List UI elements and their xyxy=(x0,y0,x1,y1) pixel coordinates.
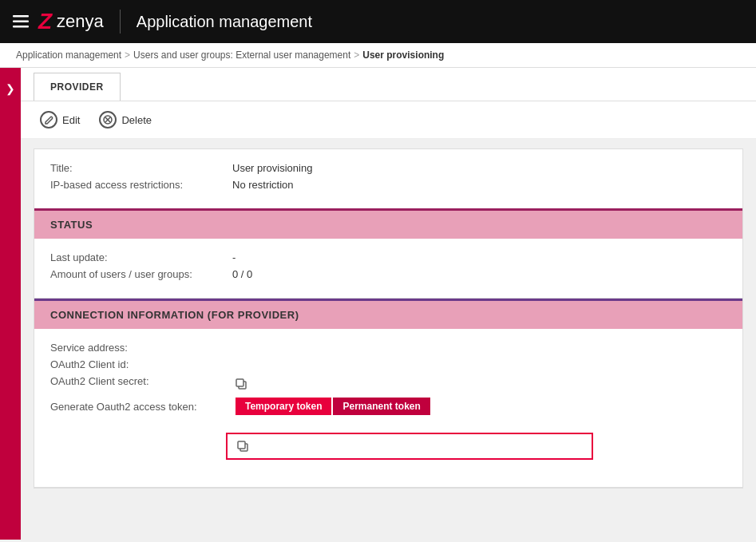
edit-label: Edit xyxy=(62,114,80,126)
svg-rect-2 xyxy=(13,26,29,28)
nav-divider xyxy=(120,10,121,34)
ip-label: IP-based access restrictions: xyxy=(50,179,226,191)
breadcrumb: Application management > Users and user … xyxy=(0,43,756,68)
connection-fields: Service address: OAuth2 Client id: OAuth… xyxy=(34,329,742,477)
logo-name: zenya xyxy=(57,11,104,32)
delete-icon xyxy=(99,111,117,129)
copy-secret-icon[interactable] xyxy=(232,375,250,393)
token-input-container xyxy=(226,428,593,460)
copy-token-icon[interactable] xyxy=(234,437,251,455)
app-title: Application management xyxy=(137,13,312,31)
oauth2-client-id-label: OAuth2 Client id: xyxy=(50,358,226,370)
service-address-label: Service address: xyxy=(50,342,226,354)
token-input-row xyxy=(226,433,593,460)
breadcrumb-current: User provisioning xyxy=(362,49,444,61)
chevron-right-icon: ❯ xyxy=(6,82,15,95)
tab-bar: PROVIDER xyxy=(21,68,756,101)
svg-rect-7 xyxy=(236,379,243,386)
oauth2-client-secret-label: OAuth2 Client secret: xyxy=(50,375,226,387)
side-panel-toggle[interactable]: ❯ xyxy=(0,68,21,540)
svg-rect-9 xyxy=(238,441,245,449)
amount-label: Amount of users / user groups: xyxy=(50,268,226,280)
generate-token-label: Generate Oauth2 access token: xyxy=(50,401,226,413)
basic-fields: Title: User provisioning IP-based access… xyxy=(34,149,742,208)
bottom-divider xyxy=(34,487,742,488)
delete-label: Delete xyxy=(121,114,152,126)
breadcrumb-sep-1: > xyxy=(125,49,130,61)
ip-field-row: IP-based access restrictions: No restric… xyxy=(50,179,726,191)
title-label: Title: xyxy=(50,162,226,174)
last-update-value: - xyxy=(232,251,236,263)
token-buttons: Temporary token Permanent token xyxy=(236,398,430,415)
breadcrumb-sep-2: > xyxy=(354,49,359,61)
title-value: User provisioning xyxy=(232,162,312,174)
service-address-row: Service address: xyxy=(50,342,726,354)
generate-token-label-row: Generate Oauth2 access token: Temporary … xyxy=(50,398,430,415)
svg-rect-0 xyxy=(13,15,29,18)
main-content-card: Title: User provisioning IP-based access… xyxy=(34,148,743,489)
tab-provider[interactable]: PROVIDER xyxy=(34,73,121,101)
breadcrumb-item-1[interactable]: Application management xyxy=(16,49,121,61)
token-input-field[interactable] xyxy=(255,441,585,453)
zenya-logo: Z zenya xyxy=(38,10,104,33)
hamburger-menu-icon[interactable] xyxy=(13,15,29,28)
svg-rect-1 xyxy=(13,21,29,23)
oauth2-client-secret-row: OAuth2 Client secret: xyxy=(50,375,726,393)
oauth2-client-id-row: OAuth2 Client id: xyxy=(50,358,726,370)
generate-token-row: Generate Oauth2 access token: Temporary … xyxy=(50,398,726,460)
amount-value: 0 / 0 xyxy=(232,268,252,280)
logo-z-icon: Z xyxy=(38,10,52,33)
edit-button[interactable]: Edit xyxy=(37,109,83,130)
connection-section-header: CONNECTION INFORMATION (FOR PROVIDER) xyxy=(34,299,742,329)
temporary-token-button[interactable]: Temporary token xyxy=(236,398,331,415)
status-section-header: STATUS xyxy=(34,208,742,239)
permanent-token-button[interactable]: Permanent token xyxy=(333,398,429,415)
status-fields: Last update: - Amount of users / user gr… xyxy=(34,239,742,298)
title-field-row: Title: User provisioning xyxy=(50,162,726,174)
amount-row: Amount of users / user groups: 0 / 0 xyxy=(50,268,726,280)
ip-value: No restriction xyxy=(232,179,294,191)
last-update-row: Last update: - xyxy=(50,251,726,263)
edit-icon xyxy=(40,111,57,129)
delete-button[interactable]: Delete xyxy=(96,109,155,130)
breadcrumb-item-2[interactable]: Users and user groups: External user man… xyxy=(133,49,350,61)
last-update-label: Last update: xyxy=(50,251,226,263)
toolbar: Edit Delete xyxy=(21,101,756,139)
